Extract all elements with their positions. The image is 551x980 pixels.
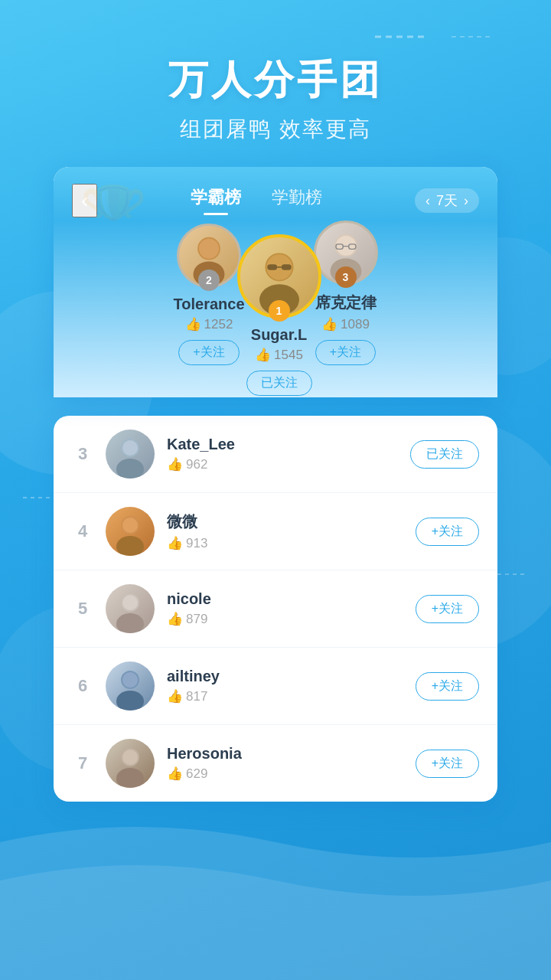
tab-xueba[interactable]: 学霸榜 [191, 186, 241, 215]
podium-name-3: 席克定律 [315, 292, 377, 313]
page-subtitle: 组团屠鸭 效率更高 [0, 115, 551, 144]
time-next-icon: › [464, 193, 468, 209]
thumb-kate: 👍 [167, 456, 183, 472]
rank-badge-1: 1 [269, 300, 290, 322]
list-rank-4: 4 [72, 521, 93, 541]
list-info-kate: Kate_Lee 👍 962 [167, 436, 398, 472]
avatar-ail [106, 662, 155, 710]
page-content: 万人分手团 组团屠鸭 效率更高 🏆 ‹ 学霸榜 学勤榜 ‹ 7天 › [0, 0, 551, 832]
card-header: 🏆 ‹ 学霸榜 学勤榜 ‹ 7天 › [54, 167, 497, 220]
podium-likes-1: 👍 1545 [255, 347, 303, 363]
list-item-ail: 6 ailtiney 👍 817 +关注 [54, 648, 497, 725]
podium-rank2: 2 Tolerance 👍 1252 +关注 [174, 224, 245, 374]
avatar-hero [106, 739, 155, 788]
svg-rect-16 [281, 264, 291, 270]
list-likes-ail: 👍 817 [167, 688, 403, 704]
follow-btn-wei[interactable]: +关注 [416, 518, 479, 546]
svg-point-37 [116, 768, 144, 788]
podium-rank3: 3 席克定律 👍 1089 +关注 [314, 220, 378, 374]
leaderboard-card: 🏆 ‹ 学霸榜 学勤榜 ‹ 7天 › [54, 167, 497, 397]
list-info-nicole: nicole 👍 879 [167, 590, 403, 627]
thumb-icon-1: 👍 [255, 347, 271, 363]
thumb-ail: 👍 [167, 688, 183, 704]
podium-rank1: 1 Sugar.L 👍 1545 已关注 [237, 234, 321, 405]
likes-count-1: 1545 [274, 348, 303, 363]
svg-point-38 [122, 750, 138, 765]
list-rank-7: 7 [72, 753, 93, 773]
follow-btn-ail[interactable]: +关注 [416, 672, 479, 701]
svg-point-29 [122, 518, 138, 533]
list-info-hero: Herosonia 👍 629 [167, 745, 403, 782]
svg-point-28 [116, 536, 144, 556]
list-likes-kate: 👍 962 [167, 456, 398, 472]
avatar-wrap-rank1: 1 [237, 234, 321, 318]
svg-point-25 [116, 459, 144, 479]
thumb-wei: 👍 [167, 535, 183, 551]
list-likes-wei: 👍 913 [167, 535, 403, 551]
tab-xueqin[interactable]: 学勤榜 [272, 186, 322, 215]
svg-point-20 [336, 236, 356, 256]
avatar-nicole [106, 584, 155, 633]
svg-point-11 [199, 239, 219, 259]
thumb-icon-3: 👍 [321, 316, 337, 332]
follow-btn-tolerance[interactable]: +关注 [178, 340, 239, 365]
list-name-kate: Kate_Lee [167, 436, 398, 453]
svg-point-34 [116, 691, 144, 710]
likes-count-2: 1252 [204, 317, 233, 332]
podium-name-2: Tolerance [174, 296, 245, 313]
follow-btn-xi[interactable]: +关注 [315, 340, 376, 365]
list-rank-5: 5 [72, 599, 93, 619]
list-item-kate: 3 Kate_Lee 👍 962 已关注 [54, 416, 497, 493]
list-card: 3 Kate_Lee 👍 962 已关注 4 [54, 416, 497, 802]
header: 万人分手团 组团屠鸭 效率更高 [0, 0, 551, 159]
list-item-nicole: 5 nicole 👍 879 +关注 [54, 570, 497, 648]
thumb-icon-2: 👍 [185, 316, 201, 332]
avatar-wei [106, 507, 155, 556]
svg-point-31 [116, 613, 144, 633]
likes-count-3: 1089 [341, 317, 370, 332]
list-likes-hero: 👍 629 [167, 766, 403, 782]
list-name-ail: ailtiney [167, 668, 403, 685]
thumb-hero: 👍 [167, 766, 183, 782]
page-title: 万人分手团 [0, 54, 551, 107]
svg-rect-15 [267, 264, 277, 270]
list-item-hero: 7 Herosonia 👍 629 +关注 [54, 725, 497, 802]
podium-likes-2: 👍 1252 [185, 316, 233, 332]
time-prev-icon: ‹ [425, 193, 430, 209]
svg-point-26 [122, 440, 138, 456]
list-item-wei: 4 微微 👍 913 +关注 [54, 493, 497, 570]
follow-btn-sugar[interactable]: 已关注 [246, 371, 312, 396]
avatar-wrap-rank3: 3 [314, 220, 378, 285]
avatar-wrap-rank2: 2 [177, 224, 241, 288]
list-rank-3: 3 [72, 444, 93, 464]
avatar-kate [106, 430, 155, 479]
podium-name-1: Sugar.L [251, 326, 307, 344]
list-name-nicole: nicole [167, 590, 403, 608]
list-info-ail: ailtiney 👍 817 [167, 668, 403, 704]
thumb-nicole: 👍 [167, 611, 183, 627]
time-label: 7天 [436, 191, 458, 210]
podium-likes-3: 👍 1089 [321, 316, 370, 332]
svg-point-32 [122, 595, 138, 610]
list-name-wei: 微微 [167, 511, 403, 532]
list-likes-nicole: 👍 879 [167, 611, 403, 627]
rank-badge-3: 3 [335, 266, 357, 288]
list-info-wei: 微微 👍 913 [167, 511, 403, 551]
follow-btn-hero[interactable]: +关注 [416, 750, 479, 778]
svg-point-35 [122, 672, 138, 688]
list-name-hero: Herosonia [167, 745, 403, 763]
follow-btn-nicole[interactable]: +关注 [416, 595, 479, 623]
time-selector[interactable]: ‹ 7天 › [415, 188, 479, 213]
follow-btn-kate[interactable]: 已关注 [410, 440, 479, 469]
list-rank-6: 6 [72, 676, 93, 696]
rank-badge-2: 2 [198, 270, 220, 291]
top3-section: 2 Tolerance 👍 1252 +关注 [54, 220, 497, 397]
